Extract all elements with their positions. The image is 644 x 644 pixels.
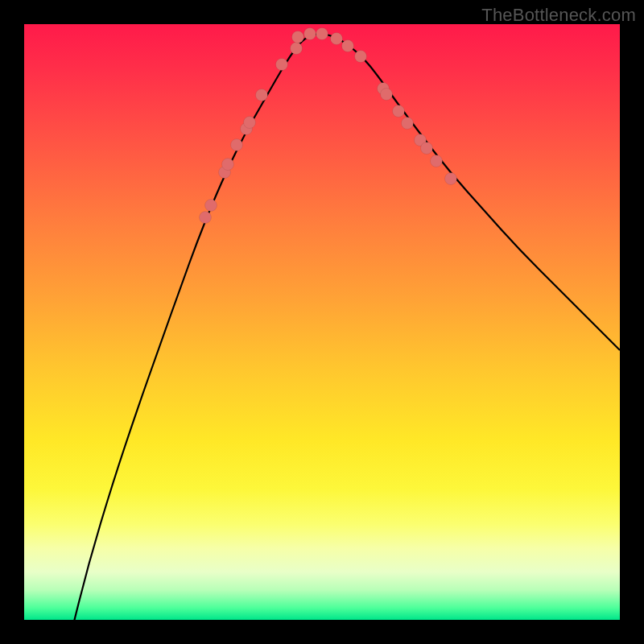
scatter-dot xyxy=(445,173,457,185)
scatter-dot xyxy=(222,159,234,171)
chart-svg xyxy=(24,24,620,620)
scatter-dot xyxy=(276,59,288,71)
scatter-dot xyxy=(291,43,303,55)
scatter-dot xyxy=(393,105,405,118)
plot-area xyxy=(24,24,620,620)
scatter-dot xyxy=(316,28,328,40)
scatter-dot xyxy=(402,118,414,130)
scatter-dot xyxy=(304,28,316,40)
scatter-dot xyxy=(200,212,212,224)
chart-frame: TheBottleneck.com xyxy=(0,0,644,644)
scatter-dot xyxy=(205,200,217,212)
scatter-dot xyxy=(421,142,433,155)
bottleneck-curve xyxy=(68,34,620,620)
scatter-dot xyxy=(244,117,256,129)
scatter-dot xyxy=(331,33,343,45)
scatter-dot xyxy=(342,40,354,52)
scatter-dot xyxy=(256,89,268,101)
scatter-dot xyxy=(381,89,393,101)
scatter-dot xyxy=(355,51,367,63)
scatter-dot xyxy=(231,139,243,151)
watermark-text: TheBottleneck.com xyxy=(481,5,636,26)
scatter-dot xyxy=(431,155,443,167)
scatter-group xyxy=(200,28,457,224)
scatter-dot xyxy=(292,31,304,43)
